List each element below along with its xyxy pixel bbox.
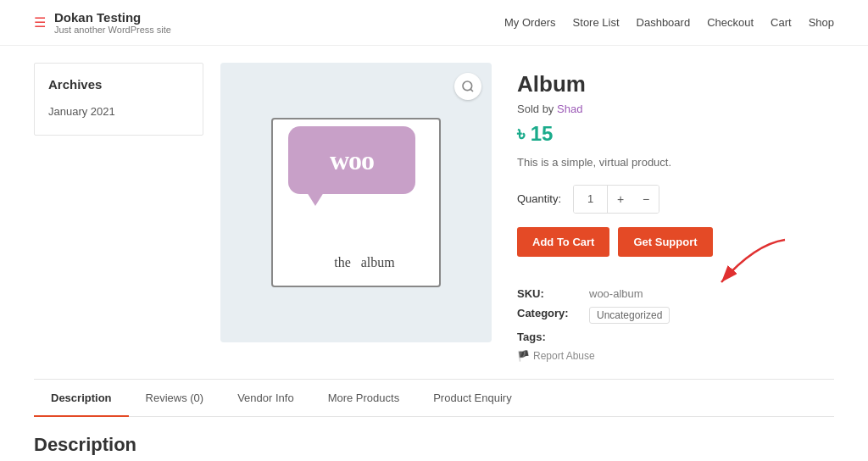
report-abuse-link[interactable]: 🏴 Report Abuse <box>517 350 834 362</box>
nav-shop[interactable]: Shop <box>809 16 834 29</box>
category-row: Category: Uncategorized <box>517 307 834 324</box>
tags-label: Tags: <box>517 330 581 343</box>
tab-reviews[interactable]: Reviews (0) <box>129 380 221 416</box>
product-illustration: woo the album <box>263 101 449 304</box>
sidebar: Archives January 2021 <box>34 63 203 362</box>
quantity-label: Quantity: <box>517 192 561 205</box>
product-description: This is a simple, virtual product. <box>517 154 834 171</box>
product-title: Album <box>517 71 834 97</box>
product-area: woo the album Album Sold by Shad ৳ 15 Th… <box>220 63 834 362</box>
tags-row: Tags: <box>517 330 834 343</box>
product-image-box: woo the album <box>220 63 492 342</box>
category-value[interactable]: Uncategorized <box>589 307 670 324</box>
site-title: Dokan Testing <box>54 10 171 25</box>
zoom-icon[interactable] <box>454 73 481 100</box>
red-arrow-annotation <box>704 236 789 286</box>
sku-row: SKU: woo-album <box>517 287 834 300</box>
archives-january-2021[interactable]: January 2021 <box>48 102 189 121</box>
svg-point-0 <box>463 81 472 91</box>
archives-title: Archives <box>48 77 189 92</box>
quantity-increase-button[interactable]: + <box>608 186 633 213</box>
site-subtitle: Just another WordPress site <box>54 25 171 35</box>
site-branding: ☰ Dokan Testing Just another WordPress s… <box>34 10 171 35</box>
quantity-row: Quantity: 1 + − <box>517 185 834 214</box>
sold-by: Sold by Shad <box>517 103 834 115</box>
tab-product-enquiry[interactable]: Product Enquiry <box>416 380 529 416</box>
category-label: Category: <box>517 307 581 319</box>
product-image-wrap: woo the album <box>220 63 492 362</box>
flag-icon: 🏴 <box>517 350 530 362</box>
quantity-value-display: 1 <box>574 186 608 213</box>
description-section-title: Description <box>34 434 834 456</box>
main-layout: Archives January 2021 woo <box>0 46 868 379</box>
nav-my-orders[interactable]: My Orders <box>504 16 556 29</box>
qty-number: 1 <box>587 192 593 205</box>
nav-dashboard[interactable]: Dashboard <box>637 16 691 29</box>
add-to-cart-button[interactable]: Add To Cart <box>517 227 609 257</box>
nav-cart[interactable]: Cart <box>771 16 792 29</box>
action-buttons-container: Add To Cart Get Support <box>517 227 713 272</box>
nav-checkout[interactable]: Checkout <box>707 16 754 29</box>
site-header: ☰ Dokan Testing Just another WordPress s… <box>0 0 868 46</box>
quantity-control: 1 + − <box>573 185 659 214</box>
product-info: Album Sold by Shad ৳ 15 This is a simple… <box>517 63 834 362</box>
main-nav: My Orders Store List Dashboard Checkout … <box>504 16 834 29</box>
quantity-decrease-button[interactable]: − <box>633 186 659 213</box>
sku-label: SKU: <box>517 287 581 300</box>
action-buttons: Add To Cart Get Support <box>517 227 713 257</box>
tab-more-products[interactable]: More Products <box>311 380 417 416</box>
tab-content-description: Description <box>34 417 834 462</box>
archives-widget: Archives January 2021 <box>34 63 203 136</box>
tabs-section: Description Reviews (0) Vendor Info More… <box>34 379 834 462</box>
get-support-button[interactable]: Get Support <box>618 227 712 257</box>
product-price: ৳ 15 <box>517 122 834 146</box>
sold-by-link[interactable]: Shad <box>557 103 582 115</box>
tab-vendor-info[interactable]: Vendor Info <box>220 380 311 416</box>
hamburger-icon[interactable]: ☰ <box>34 14 46 31</box>
nav-store-list[interactable]: Store List <box>573 16 620 29</box>
tabs-bar: Description Reviews (0) Vendor Info More… <box>34 380 834 417</box>
sku-value: woo-album <box>589 287 643 300</box>
tab-description[interactable]: Description <box>34 380 129 416</box>
svg-line-1 <box>470 89 473 92</box>
